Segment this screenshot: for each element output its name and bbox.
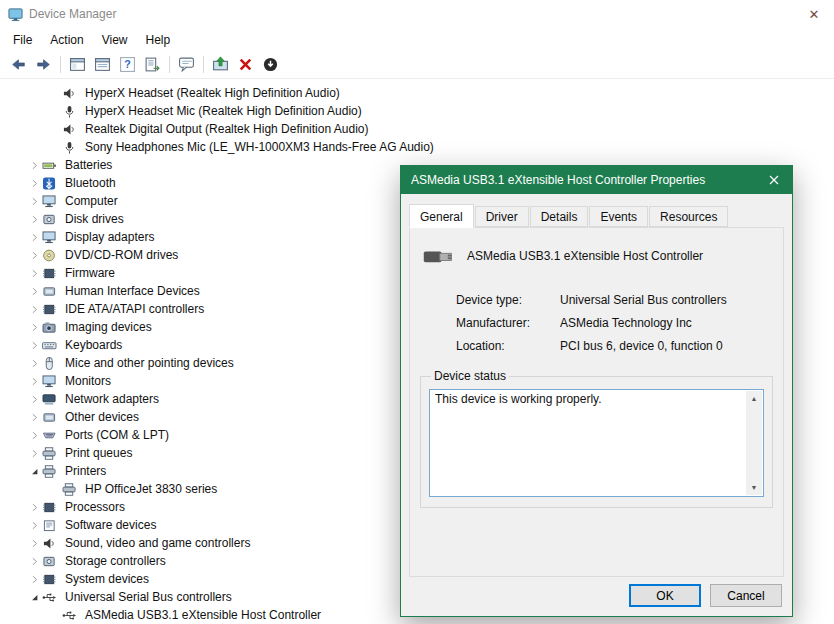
tab-resources[interactable]: Resources bbox=[649, 206, 728, 227]
monitor-icon bbox=[42, 374, 58, 388]
tree-item-label: Sony Headphones Mic (LE_WH-1000XM3 Hands… bbox=[83, 140, 436, 154]
window-title: Device Manager bbox=[29, 7, 116, 21]
menu-file[interactable]: File bbox=[4, 30, 41, 50]
device-name: ASMedia USB3.1 eXtensible Host Controlle… bbox=[467, 249, 703, 263]
tab-strip: GeneralDriverDetailsEventsResources bbox=[409, 204, 784, 227]
scroll-up-icon[interactable]: ▲ bbox=[751, 391, 758, 406]
tree-item-label: ASMedia USB3.1 eXtensible Host Controlle… bbox=[83, 608, 323, 622]
generic-icon bbox=[42, 410, 58, 424]
cancel-button[interactable]: Cancel bbox=[710, 584, 782, 607]
device-status-label: Device status bbox=[431, 369, 509, 383]
menu-action[interactable]: Action bbox=[41, 30, 92, 50]
chevron-collapsed-icon[interactable] bbox=[26, 157, 42, 173]
tree-item-label: Realtek Digital Output (Realtek High Def… bbox=[83, 122, 370, 136]
chevron-collapsed-icon[interactable] bbox=[26, 535, 42, 551]
field-row: Location: PCI bus 6, device 0, function … bbox=[410, 339, 783, 353]
tab-general[interactable]: General bbox=[409, 204, 474, 228]
chevron-collapsed-icon[interactable] bbox=[26, 391, 42, 407]
port-icon bbox=[42, 428, 58, 442]
disable-device-button[interactable] bbox=[258, 53, 283, 76]
monitor-icon bbox=[42, 230, 58, 244]
chevron-collapsed-icon[interactable] bbox=[26, 355, 42, 371]
help-button[interactable]: ? bbox=[115, 53, 140, 76]
properties-button[interactable] bbox=[90, 53, 115, 76]
tree-item-label: HyperX Headset Mic (Realtek High Definit… bbox=[83, 104, 364, 118]
tab-driver[interactable]: Driver bbox=[475, 206, 529, 227]
tree-item-label: Print queues bbox=[63, 446, 134, 460]
chevron-spacer bbox=[46, 85, 62, 101]
device-status-textbox[interactable]: This device is working properly. ▲ ▼ bbox=[429, 389, 764, 497]
chevron-collapsed-icon[interactable] bbox=[26, 499, 42, 515]
tree-item[interactable]: HyperX Headset Mic (Realtek High Definit… bbox=[0, 102, 834, 120]
update-driver-icon bbox=[212, 56, 229, 73]
chevron-collapsed-icon[interactable] bbox=[26, 247, 42, 263]
dialog-buttons: OK Cancel bbox=[629, 584, 782, 607]
tree-item-label: Disk drives bbox=[63, 212, 126, 226]
window-close-icon[interactable]: ✕ bbox=[802, 7, 826, 22]
titlebar: Device Manager ✕ bbox=[0, 0, 834, 28]
tree-item[interactable]: Realtek Digital Output (Realtek High Def… bbox=[0, 120, 834, 138]
chevron-expanded-icon[interactable] bbox=[26, 463, 42, 479]
chevron-expanded-icon[interactable] bbox=[26, 589, 42, 605]
mouse-icon bbox=[42, 356, 58, 370]
chevron-collapsed-icon[interactable] bbox=[26, 373, 42, 389]
tab-events[interactable]: Events bbox=[589, 206, 648, 227]
chevron-collapsed-icon[interactable] bbox=[26, 211, 42, 227]
field-value: PCI bus 6, device 0, function 0 bbox=[560, 339, 723, 353]
tree-item-label: Universal Serial Bus controllers bbox=[63, 590, 234, 604]
dialog-close-button[interactable] bbox=[756, 166, 792, 194]
help-popup-button[interactable] bbox=[174, 53, 199, 76]
uninstall-device-button[interactable] bbox=[233, 53, 258, 76]
usb-icon bbox=[62, 608, 78, 622]
chevron-collapsed-icon[interactable] bbox=[26, 283, 42, 299]
tree-item-label: HyperX Headset (Realtek High Definition … bbox=[83, 86, 342, 100]
chevron-spacer bbox=[46, 121, 62, 137]
back-button[interactable] bbox=[6, 53, 31, 76]
chevron-collapsed-icon[interactable] bbox=[26, 517, 42, 533]
chevron-collapsed-icon[interactable] bbox=[26, 571, 42, 587]
status-scrollbar[interactable]: ▲ ▼ bbox=[746, 391, 762, 495]
chevron-collapsed-icon[interactable] bbox=[26, 409, 42, 425]
device-fields: Device type: Universal Serial Bus contro… bbox=[410, 293, 783, 353]
tree-item-label: HP OfficeJet 3830 series bbox=[83, 482, 219, 496]
export-list-button[interactable] bbox=[140, 53, 165, 76]
menu-view[interactable]: View bbox=[93, 30, 137, 50]
device-manager-window: Device Manager ✕ FileActionViewHelp ? Hy… bbox=[0, 0, 834, 79]
chevron-collapsed-icon[interactable] bbox=[26, 553, 42, 569]
chevron-collapsed-icon[interactable] bbox=[26, 175, 42, 191]
usb-connector-icon bbox=[422, 244, 454, 268]
usb-icon bbox=[42, 590, 58, 604]
tree-item-label: Sound, video and game controllers bbox=[63, 536, 252, 550]
tree-item-label: Network adapters bbox=[63, 392, 161, 406]
monitor-icon bbox=[42, 194, 58, 208]
disk-icon bbox=[42, 212, 58, 226]
chevron-spacer bbox=[46, 139, 62, 155]
properties-icon bbox=[94, 56, 111, 73]
printer-icon bbox=[62, 482, 78, 496]
speaker-icon bbox=[62, 122, 78, 136]
chevron-collapsed-icon[interactable] bbox=[26, 319, 42, 335]
tree-item[interactable]: HyperX Headset (Realtek High Definition … bbox=[0, 84, 834, 102]
scroll-down-icon[interactable]: ▼ bbox=[751, 480, 758, 495]
ok-button[interactable]: OK bbox=[629, 584, 701, 607]
chevron-collapsed-icon[interactable] bbox=[26, 229, 42, 245]
tree-item[interactable]: Sony Headphones Mic (LE_WH-1000XM3 Hands… bbox=[0, 138, 834, 156]
field-row: Device type: Universal Serial Bus contro… bbox=[410, 293, 783, 307]
chevron-collapsed-icon[interactable] bbox=[26, 265, 42, 281]
chevron-spacer bbox=[46, 481, 62, 497]
tree-item-label: Human Interface Devices bbox=[63, 284, 202, 298]
tree-item-label: DVD/CD-ROM drives bbox=[63, 248, 180, 262]
tree-item-label: Keyboards bbox=[63, 338, 124, 352]
field-row: Manufacturer: ASMedia Technology Inc bbox=[410, 316, 783, 330]
chevron-collapsed-icon[interactable] bbox=[26, 427, 42, 443]
chevron-collapsed-icon[interactable] bbox=[26, 301, 42, 317]
chevron-collapsed-icon[interactable] bbox=[26, 445, 42, 461]
update-driver-button[interactable] bbox=[208, 53, 233, 76]
tree-item-label: Firmware bbox=[63, 266, 117, 280]
show-console-tree-button[interactable] bbox=[65, 53, 90, 76]
tab-details[interactable]: Details bbox=[530, 206, 589, 227]
chevron-collapsed-icon[interactable] bbox=[26, 193, 42, 209]
forward-button[interactable] bbox=[31, 53, 56, 76]
menu-help[interactable]: Help bbox=[137, 30, 180, 50]
chevron-collapsed-icon[interactable] bbox=[26, 337, 42, 353]
